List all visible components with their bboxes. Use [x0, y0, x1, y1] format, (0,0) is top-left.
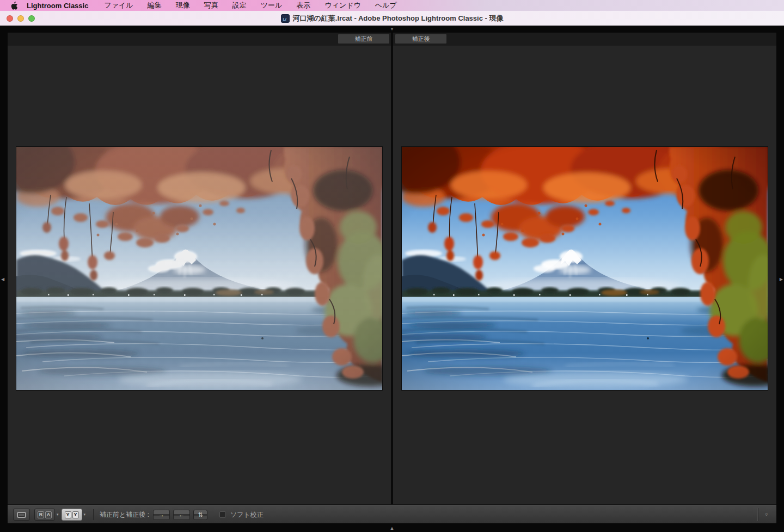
right-panel-reveal-arrow[interactable]: ▶	[780, 276, 783, 281]
swap-before-after-settings-button[interactable]: ⇅	[193, 510, 207, 520]
toolbar-separator	[93, 509, 94, 520]
copy-before-settings-to-after-button[interactable]: →	[153, 510, 170, 520]
menu-item-tools[interactable]: ツール	[254, 1, 290, 10]
before-after-group-label: 補正前と補正後 :	[100, 510, 149, 519]
screen: Lightroom Classic ファイル 編集 現像 写真 設定 ツール 表…	[0, 0, 784, 532]
menu-app-name[interactable]: Lightroom Classic	[27, 2, 88, 10]
before-after-view-dropdown-caret[interactable]: ▾	[84, 512, 86, 517]
reference-view-a-cell: A	[45, 511, 52, 518]
menu-item-photo[interactable]: 写真	[197, 1, 225, 10]
copy-left-arrow-icon: ←	[179, 511, 185, 518]
menu-item-view[interactable]: 表示	[289, 1, 317, 10]
loupe-view-icon	[17, 512, 26, 518]
after-pane-header	[393, 33, 776, 46]
lightroom-workspace: ▼ ◀ ▶ ▲ 補正前	[0, 26, 784, 532]
after-pane: 補正後	[393, 33, 776, 505]
before-after-y-cell-2: Y	[72, 511, 79, 518]
apple-menu-icon[interactable]	[10, 2, 18, 10]
before-pane-header	[8, 33, 391, 46]
window-title-group: Lr 河口湖の紅葉.lrcat - Adobe Photoshop Lightr…	[0, 11, 784, 26]
filmstrip-reveal-arrow[interactable]: ▲	[390, 525, 395, 531]
soft-proofing-checkbox[interactable]	[219, 511, 226, 518]
menu-item-edit[interactable]: 編集	[140, 1, 169, 10]
develop-toolbar: R A ▾ Y Y ▾ 補正前と補正後 : → ← ⇅	[8, 505, 776, 523]
before-after-view-button[interactable]: Y Y	[62, 509, 82, 521]
menu-item-file[interactable]: ファイル	[97, 1, 140, 10]
photo-after[interactable]	[402, 147, 768, 390]
reference-view-button[interactable]: R A	[34, 509, 55, 521]
toolbar-options-area: ▿	[758, 508, 774, 521]
before-after-compare-view: 補正前	[8, 33, 776, 505]
soft-proofing-label: ソフト校正	[230, 510, 264, 519]
before-label: 補正前	[338, 34, 389, 44]
swap-arrows-icon: ⇅	[198, 511, 203, 518]
window-title-bar: Lr 河口湖の紅葉.lrcat - Adobe Photoshop Lightr…	[0, 11, 784, 26]
menu-item-develop[interactable]: 現像	[169, 1, 197, 10]
photo-before[interactable]	[16, 147, 382, 390]
menu-item-window[interactable]: ウィンドウ	[317, 1, 368, 10]
menu-bar: Lightroom Classic ファイル 編集 現像 写真 設定 ツール 表…	[0, 0, 784, 11]
before-pane: 補正前	[8, 33, 391, 505]
menu-item-settings[interactable]: 設定	[225, 1, 254, 10]
window-title: 河口湖の紅葉.lrcat - Adobe Photoshop Lightroom…	[293, 14, 504, 23]
develop-main-area: 補正前	[8, 33, 776, 523]
top-panel-reveal-arrow[interactable]: ▼	[390, 26, 394, 33]
loupe-view-button[interactable]	[13, 509, 30, 521]
after-label: 補正後	[395, 34, 446, 44]
lightroom-catalog-icon: Lr	[281, 14, 290, 23]
copy-after-settings-to-before-button[interactable]: ←	[173, 510, 190, 520]
reference-view-dropdown-caret[interactable]: ▾	[57, 512, 59, 517]
copy-right-arrow-icon: →	[158, 511, 164, 518]
menu-item-help[interactable]: ヘルプ	[368, 1, 404, 10]
left-panel-reveal-arrow[interactable]: ◀	[1, 276, 4, 281]
before-after-y-cell-1: Y	[65, 511, 71, 518]
toolbar-options-chevron-icon[interactable]: ▿	[758, 512, 774, 517]
reference-view-r-cell: R	[38, 511, 44, 518]
